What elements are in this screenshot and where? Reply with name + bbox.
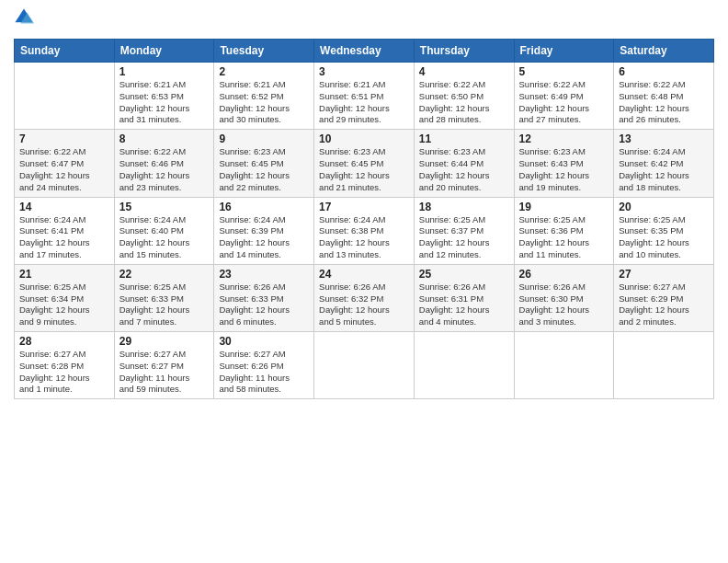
calendar-cell: 8Sunrise: 6:22 AM Sunset: 6:46 PM Daylig… xyxy=(114,130,214,197)
day-info: Sunrise: 6:25 AM Sunset: 6:37 PM Dayligh… xyxy=(419,214,509,261)
calendar-table: SundayMondayTuesdayWednesdayThursdayFrid… xyxy=(14,39,714,399)
calendar-cell xyxy=(614,332,714,399)
day-info: Sunrise: 6:23 AM Sunset: 6:43 PM Dayligh… xyxy=(519,146,609,193)
calendar-cell: 23Sunrise: 6:26 AM Sunset: 6:33 PM Dayli… xyxy=(214,264,314,331)
calendar-week-row: 14Sunrise: 6:24 AM Sunset: 6:41 PM Dayli… xyxy=(15,197,714,264)
day-number: 26 xyxy=(519,268,609,281)
logo xyxy=(14,9,38,31)
calendar-cell: 15Sunrise: 6:24 AM Sunset: 6:40 PM Dayli… xyxy=(114,197,214,264)
calendar-cell: 2Sunrise: 6:21 AM Sunset: 6:52 PM Daylig… xyxy=(214,63,314,130)
day-info: Sunrise: 6:22 AM Sunset: 6:50 PM Dayligh… xyxy=(419,79,509,126)
day-info: Sunrise: 6:21 AM Sunset: 6:52 PM Dayligh… xyxy=(219,79,309,126)
day-number: 11 xyxy=(419,132,509,145)
day-info: Sunrise: 6:25 AM Sunset: 6:34 PM Dayligh… xyxy=(19,282,109,328)
calendar-cell: 6Sunrise: 6:22 AM Sunset: 6:48 PM Daylig… xyxy=(614,63,714,130)
day-info: Sunrise: 6:21 AM Sunset: 6:53 PM Dayligh… xyxy=(119,79,210,126)
day-info: Sunrise: 6:21 AM Sunset: 6:51 PM Dayligh… xyxy=(319,79,409,126)
day-info: Sunrise: 6:27 AM Sunset: 6:28 PM Dayligh… xyxy=(19,349,109,396)
header xyxy=(14,9,714,31)
day-number: 1 xyxy=(119,65,210,78)
day-number: 29 xyxy=(119,335,210,348)
calendar-cell xyxy=(15,63,115,130)
day-info: Sunrise: 6:22 AM Sunset: 6:46 PM Dayligh… xyxy=(119,146,210,193)
day-number: 15 xyxy=(119,201,210,213)
day-info: Sunrise: 6:24 AM Sunset: 6:42 PM Dayligh… xyxy=(619,146,709,193)
day-number: 17 xyxy=(319,201,409,213)
calendar-cell: 27Sunrise: 6:27 AM Sunset: 6:29 PM Dayli… xyxy=(614,264,714,331)
weekday-header: Monday xyxy=(114,40,214,63)
day-number: 8 xyxy=(119,132,210,145)
calendar-cell: 11Sunrise: 6:23 AM Sunset: 6:44 PM Dayli… xyxy=(414,130,514,197)
calendar-cell: 16Sunrise: 6:24 AM Sunset: 6:39 PM Dayli… xyxy=(214,197,314,264)
day-info: Sunrise: 6:22 AM Sunset: 6:48 PM Dayligh… xyxy=(619,79,709,126)
day-number: 7 xyxy=(19,132,109,145)
day-number: 16 xyxy=(219,201,309,213)
day-number: 21 xyxy=(19,268,109,281)
calendar-cell: 7Sunrise: 6:22 AM Sunset: 6:47 PM Daylig… xyxy=(15,130,115,197)
day-number: 4 xyxy=(419,65,509,78)
day-info: Sunrise: 6:27 AM Sunset: 6:26 PM Dayligh… xyxy=(219,349,309,396)
calendar-cell: 22Sunrise: 6:25 AM Sunset: 6:33 PM Dayli… xyxy=(114,264,214,331)
weekday-header: Saturday xyxy=(614,40,714,63)
calendar-cell: 9Sunrise: 6:23 AM Sunset: 6:45 PM Daylig… xyxy=(214,130,314,197)
weekday-header-row: SundayMondayTuesdayWednesdayThursdayFrid… xyxy=(15,40,714,63)
calendar-week-row: 28Sunrise: 6:27 AM Sunset: 6:28 PM Dayli… xyxy=(15,332,714,399)
day-info: Sunrise: 6:24 AM Sunset: 6:38 PM Dayligh… xyxy=(319,214,409,261)
day-info: Sunrise: 6:23 AM Sunset: 6:45 PM Dayligh… xyxy=(219,146,309,193)
day-number: 20 xyxy=(619,201,709,213)
weekday-header: Sunday xyxy=(15,40,115,63)
day-info: Sunrise: 6:27 AM Sunset: 6:27 PM Dayligh… xyxy=(119,349,210,396)
day-number: 14 xyxy=(19,201,109,213)
day-info: Sunrise: 6:24 AM Sunset: 6:39 PM Dayligh… xyxy=(219,214,309,261)
day-number: 10 xyxy=(319,132,409,145)
calendar-cell: 14Sunrise: 6:24 AM Sunset: 6:41 PM Dayli… xyxy=(15,197,115,264)
day-info: Sunrise: 6:23 AM Sunset: 6:45 PM Dayligh… xyxy=(319,146,409,193)
calendar-cell: 17Sunrise: 6:24 AM Sunset: 6:38 PM Dayli… xyxy=(314,197,415,264)
day-number: 3 xyxy=(319,65,409,78)
day-info: Sunrise: 6:27 AM Sunset: 6:29 PM Dayligh… xyxy=(619,282,709,328)
calendar-cell xyxy=(514,332,614,399)
calendar-cell: 5Sunrise: 6:22 AM Sunset: 6:49 PM Daylig… xyxy=(514,63,614,130)
day-info: Sunrise: 6:26 AM Sunset: 6:32 PM Dayligh… xyxy=(319,282,409,328)
calendar-cell: 19Sunrise: 6:25 AM Sunset: 6:36 PM Dayli… xyxy=(514,197,614,264)
calendar-cell: 30Sunrise: 6:27 AM Sunset: 6:26 PM Dayli… xyxy=(214,332,314,399)
calendar-week-row: 21Sunrise: 6:25 AM Sunset: 6:34 PM Dayli… xyxy=(15,264,714,331)
weekday-header: Wednesday xyxy=(314,40,415,63)
day-number: 24 xyxy=(319,268,409,281)
day-number: 18 xyxy=(419,201,509,213)
day-info: Sunrise: 6:26 AM Sunset: 6:30 PM Dayligh… xyxy=(519,282,609,328)
day-number: 12 xyxy=(519,132,609,145)
day-number: 19 xyxy=(519,201,609,213)
day-info: Sunrise: 6:22 AM Sunset: 6:49 PM Dayligh… xyxy=(519,79,609,126)
calendar-cell: 20Sunrise: 6:25 AM Sunset: 6:35 PM Dayli… xyxy=(614,197,714,264)
weekday-header: Thursday xyxy=(414,40,514,63)
day-number: 30 xyxy=(219,335,309,348)
logo-icon xyxy=(14,9,34,31)
calendar-week-row: 1Sunrise: 6:21 AM Sunset: 6:53 PM Daylig… xyxy=(15,63,714,130)
calendar-cell: 13Sunrise: 6:24 AM Sunset: 6:42 PM Dayli… xyxy=(614,130,714,197)
day-info: Sunrise: 6:23 AM Sunset: 6:44 PM Dayligh… xyxy=(419,146,509,193)
day-info: Sunrise: 6:25 AM Sunset: 6:36 PM Dayligh… xyxy=(519,214,609,261)
page: SundayMondayTuesdayWednesdayThursdayFrid… xyxy=(0,0,728,563)
day-info: Sunrise: 6:25 AM Sunset: 6:33 PM Dayligh… xyxy=(119,282,210,328)
calendar-cell: 25Sunrise: 6:26 AM Sunset: 6:31 PM Dayli… xyxy=(414,264,514,331)
day-number: 5 xyxy=(519,65,609,78)
calendar-cell: 3Sunrise: 6:21 AM Sunset: 6:51 PM Daylig… xyxy=(314,63,415,130)
calendar-cell: 29Sunrise: 6:27 AM Sunset: 6:27 PM Dayli… xyxy=(114,332,214,399)
day-info: Sunrise: 6:24 AM Sunset: 6:41 PM Dayligh… xyxy=(19,214,109,261)
weekday-header: Friday xyxy=(514,40,614,63)
calendar-cell xyxy=(314,332,415,399)
day-number: 22 xyxy=(119,268,210,281)
day-info: Sunrise: 6:25 AM Sunset: 6:35 PM Dayligh… xyxy=(619,214,709,261)
calendar-cell xyxy=(414,332,514,399)
day-number: 23 xyxy=(219,268,309,281)
calendar-cell: 1Sunrise: 6:21 AM Sunset: 6:53 PM Daylig… xyxy=(114,63,214,130)
day-number: 28 xyxy=(19,335,109,348)
day-number: 2 xyxy=(219,65,309,78)
day-info: Sunrise: 6:22 AM Sunset: 6:47 PM Dayligh… xyxy=(19,146,109,193)
calendar-cell: 21Sunrise: 6:25 AM Sunset: 6:34 PM Dayli… xyxy=(15,264,115,331)
day-info: Sunrise: 6:24 AM Sunset: 6:40 PM Dayligh… xyxy=(119,214,210,261)
day-info: Sunrise: 6:26 AM Sunset: 6:33 PM Dayligh… xyxy=(219,282,309,328)
calendar-cell: 10Sunrise: 6:23 AM Sunset: 6:45 PM Dayli… xyxy=(314,130,415,197)
day-number: 27 xyxy=(619,268,709,281)
